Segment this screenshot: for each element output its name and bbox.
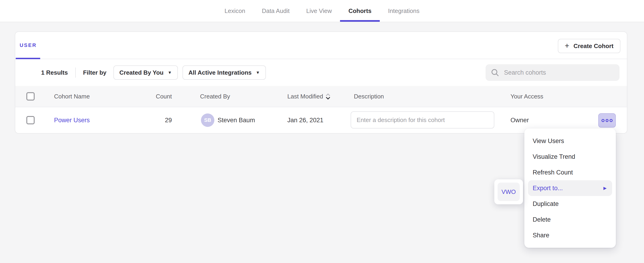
integrations-dropdown-label: All Active Integrations bbox=[188, 69, 252, 76]
integrations-dropdown[interactable]: All Active Integrations ▼ bbox=[182, 65, 266, 80]
export-submenu: VWO bbox=[494, 179, 523, 204]
panel-header: USER + Create Cohort bbox=[15, 32, 627, 59]
search-input[interactable] bbox=[503, 69, 614, 77]
cohort-name-link[interactable]: Power Users bbox=[54, 117, 90, 124]
submenu-arrow-icon: ▶ bbox=[603, 186, 608, 191]
nav-tab-live-view[interactable]: Live View bbox=[298, 0, 340, 22]
cohort-count: 29 bbox=[126, 117, 172, 124]
select-all-checkbox[interactable] bbox=[26, 92, 35, 101]
cohorts-panel: USER + Create Cohort 1 Results Filter by… bbox=[15, 32, 627, 134]
three-circles-icon bbox=[602, 119, 604, 122]
checkbox-icon bbox=[26, 92, 35, 101]
access-level: Owner bbox=[510, 117, 529, 124]
row-actions-menu: View Users Visualize Trend Refresh Count… bbox=[524, 128, 616, 248]
more-actions-button[interactable] bbox=[598, 113, 616, 128]
created-by-name: Steven Baum bbox=[218, 117, 255, 124]
filter-bar: 1 Results Filter by Created By You ▼ All… bbox=[15, 59, 627, 86]
menu-item-export-to[interactable]: Export to... ▶ bbox=[528, 180, 612, 196]
header-last-modified-label: Last Modified bbox=[287, 93, 323, 100]
nav-tab-lexicon[interactable]: Lexicon bbox=[216, 0, 254, 22]
last-modified-date: Jan 26, 2021 bbox=[287, 117, 324, 124]
nav-tab-data-audit[interactable]: Data Audit bbox=[254, 0, 298, 22]
filter-by-label: Filter by bbox=[83, 69, 106, 76]
menu-item-visualize-trend[interactable]: Visualize Trend bbox=[528, 149, 612, 165]
nav-tab-integrations[interactable]: Integrations bbox=[380, 0, 428, 22]
header-count: Count bbox=[126, 93, 172, 100]
menu-item-duplicate[interactable]: Duplicate bbox=[528, 196, 612, 212]
create-cohort-label: Create Cohort bbox=[574, 43, 614, 50]
caret-down-icon: ▼ bbox=[256, 70, 260, 75]
header-last-modified[interactable]: Last Modified bbox=[287, 93, 330, 100]
results-count: 1 Results bbox=[41, 69, 68, 76]
created-by-dropdown-label: Created By You bbox=[120, 69, 164, 76]
search-icon bbox=[491, 69, 499, 77]
menu-item-refresh-count[interactable]: Refresh Count bbox=[528, 165, 612, 180]
cohorts-page: Lexicon Data Audit Live View Cohorts Int… bbox=[0, 0, 644, 263]
checkbox-icon bbox=[26, 116, 35, 124]
sort-icon bbox=[326, 93, 330, 100]
menu-item-share[interactable]: Share bbox=[528, 227, 612, 243]
create-cohort-button[interactable]: + Create Cohort bbox=[558, 39, 620, 53]
description-input[interactable] bbox=[351, 111, 494, 128]
header-created-by: Created By bbox=[200, 93, 230, 100]
table-header-row: Cohort Name Count Created By Last Modifi… bbox=[15, 86, 627, 107]
nav-tabs: Lexicon Data Audit Live View Cohorts Int… bbox=[216, 0, 428, 22]
header-description: Description bbox=[354, 93, 384, 100]
search-box bbox=[486, 64, 620, 81]
menu-item-view-users[interactable]: View Users bbox=[528, 133, 612, 149]
row-checkbox[interactable] bbox=[26, 116, 35, 124]
header-your-access: Your Access bbox=[510, 93, 543, 100]
tab-user[interactable]: USER bbox=[15, 32, 41, 59]
top-navigation-bar: Lexicon Data Audit Live View Cohorts Int… bbox=[0, 0, 644, 22]
submenu-item-vwo[interactable]: VWO bbox=[498, 183, 520, 201]
created-by-dropdown[interactable]: Created By You ▼ bbox=[114, 65, 178, 80]
menu-item-delete[interactable]: Delete bbox=[528, 212, 612, 227]
nav-tab-cohorts[interactable]: Cohorts bbox=[340, 0, 380, 22]
header-cohort-name: Cohort Name bbox=[54, 93, 90, 100]
plus-icon: + bbox=[565, 42, 570, 50]
avatar: SB bbox=[201, 113, 214, 127]
caret-down-icon: ▼ bbox=[168, 70, 172, 75]
menu-item-export-label: Export to... bbox=[533, 185, 563, 192]
divider bbox=[75, 68, 76, 78]
